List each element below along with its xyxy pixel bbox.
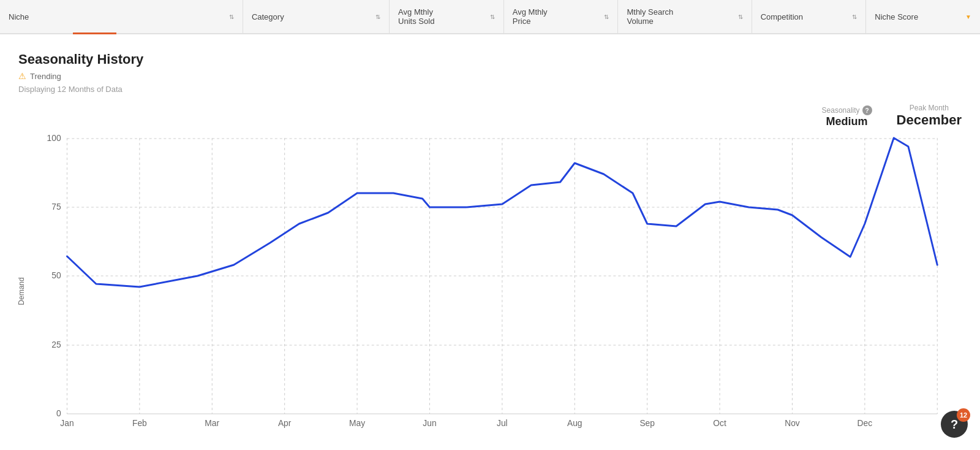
svg-text:Aug: Aug — [567, 418, 582, 428]
trending-label: Trending — [30, 72, 61, 81]
column-header-category[interactable]: Category ⇅ — [243, 0, 390, 33]
seasonality-value: Medium — [822, 115, 872, 128]
svg-text:Feb: Feb — [132, 418, 147, 428]
chart-container: Demand 0 25 50 75 100 — [18, 132, 962, 450]
column-header-niche[interactable]: Niche ⇅ — [0, 0, 243, 33]
svg-text:Jun: Jun — [423, 418, 436, 428]
seasonality-label: Seasonality — [822, 106, 860, 115]
seasonality-row: Seasonality ? Medium Peak Month December — [18, 104, 962, 128]
data-info: Displaying 12 Months of Data — [18, 85, 962, 94]
svg-text:Oct: Oct — [713, 418, 726, 428]
svg-text:May: May — [349, 418, 365, 428]
sort-icon-avg-price: ⇅ — [604, 13, 609, 20]
sort-icon-mthly-search: ⇅ — [738, 13, 743, 20]
peak-month-label: Peak Month — [910, 104, 949, 112]
column-mthly-search-label: Mthly Search Volume — [627, 7, 673, 26]
svg-text:Jul: Jul — [497, 418, 508, 428]
section-title: Seasonality History — [18, 51, 962, 67]
trending-badge: ⚠ Trending — [18, 71, 962, 81]
warning-icon: ⚠ — [18, 71, 26, 81]
svg-text:Apr: Apr — [278, 418, 292, 428]
column-niche-score-label: Niche Score — [875, 12, 918, 21]
column-avg-price-label: Avg Mthly Price — [513, 7, 548, 26]
seasonality-help-icon[interactable]: ? — [862, 105, 872, 115]
y-axis-label: Demand — [17, 277, 26, 305]
column-header-competition[interactable]: Competition ⇅ — [752, 0, 867, 33]
svg-text:Jan: Jan — [60, 418, 74, 428]
column-header-avg-units[interactable]: Avg Mthly Units Sold ⇅ — [390, 0, 504, 33]
svg-text:Dec: Dec — [858, 418, 873, 428]
seasonality-group: Seasonality ? Medium — [822, 105, 872, 128]
svg-text:50: 50 — [51, 270, 61, 280]
column-header-mthly-search[interactable]: Mthly Search Volume ⇅ — [618, 0, 752, 33]
column-header-avg-price[interactable]: Avg Mthly Price ⇅ — [504, 0, 619, 33]
svg-text:0: 0 — [56, 408, 61, 418]
chart-area: 0 25 50 75 100 — [43, 138, 949, 426]
svg-text:100: 100 — [47, 133, 61, 143]
column-avg-units-label: Avg Mthly Units Sold — [398, 7, 434, 26]
svg-text:75: 75 — [51, 202, 61, 212]
column-niche-label: Niche — [9, 12, 29, 21]
header-table: Niche ⇅ Category ⇅ Avg Mthly Units Sold … — [0, 0, 980, 34]
chart-svg: 0 25 50 75 100 — [43, 138, 949, 426]
sort-icon-niche: ⇅ — [229, 13, 234, 20]
sort-icon-niche-score: ▼ — [965, 13, 971, 20]
svg-text:Mar: Mar — [205, 418, 219, 428]
peak-month-group: Peak Month December — [897, 104, 962, 128]
svg-text:Sep: Sep — [639, 418, 655, 428]
sort-icon-category: ⇅ — [375, 13, 380, 20]
column-competition-label: Competition — [761, 12, 803, 21]
sort-icon-avg-units: ⇅ — [490, 13, 495, 20]
notification-count: 12 — [957, 408, 970, 422]
sort-icon-competition: ⇅ — [852, 13, 857, 20]
main-content: Seasonality History ⚠ Trending Displayin… — [0, 34, 980, 450]
column-header-niche-score[interactable]: Niche Score ▼ — [866, 0, 980, 33]
svg-text:25: 25 — [51, 340, 61, 349]
svg-text:Nov: Nov — [785, 418, 800, 428]
peak-month-value: December — [897, 112, 962, 128]
column-category-label: Category — [252, 12, 284, 21]
